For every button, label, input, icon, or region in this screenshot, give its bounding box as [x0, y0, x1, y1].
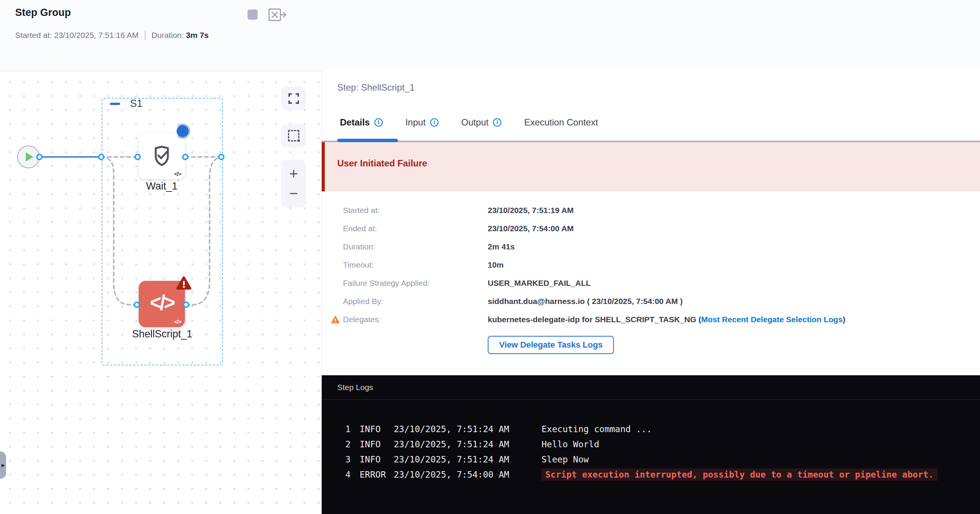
- detail-label: Applied By:: [322, 297, 488, 306]
- log-timestamp: 23/10/2025, 7:54:00 AM: [394, 469, 533, 479]
- detail-value: kubernetes-delegate-idp for SHELL_SCRIPT…: [488, 315, 845, 324]
- step-logs-panel: Step Logs 1 INFO 23/10/2025, 7:51:24 AM …: [322, 375, 980, 514]
- log-timestamp: 23/10/2025, 7:51:24 AM: [394, 455, 533, 464]
- step-details-title: Step: ShellScript_1: [337, 82, 415, 93]
- failure-banner-text: User Initiated Failure: [337, 158, 427, 169]
- log-message: Sleep Now: [541, 455, 589, 464]
- detail-row: Duration: 2m 41s: [322, 238, 980, 256]
- log-level: INFO: [360, 439, 394, 449]
- log-level: ERROR: [360, 469, 394, 479]
- step-group-header: Step Group Started at: 23/10/2025, 7:51:…: [0, 0, 980, 71]
- detail-label: Delegates:: [322, 315, 488, 324]
- shell-script-icon: </>: [150, 290, 173, 317]
- port-shell-out[interactable]: [183, 302, 189, 308]
- tab-output[interactable]: Output i: [461, 117, 501, 128]
- port-shell-in[interactable]: [134, 302, 140, 308]
- page-title: Step Group: [15, 7, 71, 19]
- warning-icon: [331, 315, 340, 324]
- failure-banner: User Initiated Failure: [322, 142, 980, 191]
- detail-value: 23/10/2025, 7:54:00 AM: [488, 224, 574, 233]
- play-icon: [26, 153, 33, 161]
- info-icon[interactable]: i: [430, 118, 439, 127]
- marquee-select-button[interactable]: [281, 124, 306, 148]
- port-wait-in[interactable]: [135, 154, 141, 160]
- fit-to-screen-button[interactable]: [281, 87, 306, 110]
- detail-label: Failure Strategy Applied:: [322, 278, 488, 288]
- port-stage-out[interactable]: [218, 154, 225, 160]
- port-wait-out[interactable]: [182, 154, 189, 160]
- tab-output-label: Output: [461, 117, 488, 128]
- detail-value: siddhant.dua@harness.io ( 23/10/2025, 7:…: [488, 297, 683, 306]
- detail-value: USER_MARKED_FAIL_ALL: [488, 278, 591, 288]
- shell-code-badge: </>: [174, 318, 181, 325]
- info-icon[interactable]: i: [374, 118, 383, 127]
- log-timestamp: 23/10/2025, 7:51:24 AM: [394, 439, 533, 449]
- view-delegate-tasks-logs-button[interactable]: View Delegate Tasks Logs: [488, 336, 614, 354]
- abort-step-icon[interactable]: [268, 8, 286, 21]
- log-level: INFO: [360, 424, 394, 434]
- duration-value: 3m 7s: [186, 31, 209, 40]
- stop-icon[interactable]: [247, 10, 258, 20]
- execution-meta: Started at: 23/10/2025, 7:51:16 AM Durat…: [15, 30, 208, 40]
- detail-value: 2m 41s: [488, 242, 515, 251]
- step-details-panel: Step: ShellScript_1 Details i Input i Ou…: [322, 71, 980, 514]
- chevron-right-icon: ▸: [2, 461, 5, 469]
- zoom-controls: + −: [281, 159, 306, 207]
- log-message: Executing command ...: [541, 424, 652, 434]
- detail-label: Started at:: [322, 206, 488, 215]
- log-line-number: 1: [322, 424, 350, 434]
- duration-text: Duration: 3m 7s: [151, 31, 209, 40]
- tab-execution-context-label: Execution Context: [524, 117, 598, 128]
- step-group-execution-view: Step Group Started at: 23/10/2025, 7:51:…: [0, 0, 980, 514]
- left-panel-toggle[interactable]: ▸: [0, 452, 6, 479]
- tab-execution-context[interactable]: Execution Context: [524, 117, 598, 128]
- detail-row: Failure Strategy Applied: USER_MARKED_FA…: [322, 274, 980, 292]
- zoom-in-button[interactable]: +: [289, 164, 298, 183]
- step-node-wait-1[interactable]: </>: [139, 133, 185, 179]
- log-line: 2 INFO 23/10/2025, 7:51:24 AM Hello Worl…: [322, 437, 980, 452]
- info-icon[interactable]: i: [493, 118, 501, 127]
- delegate-value-suffix: ): [843, 315, 845, 324]
- stage-s1-header: S1: [110, 98, 143, 110]
- pipeline-graph-canvas[interactable]: S1 </> Wait_1 </> </> ShellScript_1: [0, 71, 322, 514]
- stage-s1-label: S1: [130, 98, 143, 110]
- detail-row-delegates: Delegates: kubernetes-delegate-idp for S…: [322, 310, 980, 329]
- shell-node-label: ShellScript_1: [113, 328, 212, 340]
- tab-input[interactable]: Input i: [406, 117, 439, 128]
- log-line: 1 INFO 23/10/2025, 7:51:24 AM Executing …: [322, 422, 980, 437]
- detail-label: Duration:: [322, 242, 488, 251]
- step-error-badge-icon: [176, 276, 192, 290]
- tab-details[interactable]: Details i: [340, 117, 383, 128]
- tab-details-label: Details: [340, 117, 370, 128]
- active-tab-indicator: [337, 139, 398, 142]
- marquee-handle-dot: [297, 139, 301, 143]
- delegate-selection-logs-link[interactable]: Most Recent Delegate Selection Logs: [701, 315, 842, 324]
- log-level: INFO: [360, 455, 394, 464]
- log-message: Hello World: [541, 439, 599, 449]
- collapse-stage-icon[interactable]: [110, 103, 120, 105]
- log-line-number: 3: [322, 455, 350, 464]
- zoom-out-button[interactable]: −: [289, 183, 298, 203]
- log-lines[interactable]: 1 INFO 23/10/2025, 7:51:24 AM Executing …: [322, 422, 980, 482]
- detail-row: Timeout: 10m: [322, 256, 980, 274]
- port-start-out[interactable]: [37, 154, 43, 160]
- detail-value: 10m: [488, 260, 504, 269]
- log-message: Script execution interrupted, possibly d…: [541, 468, 937, 481]
- wait-node-label: Wait_1: [113, 180, 211, 192]
- fullscreen-icon: [288, 93, 299, 104]
- log-line-error: 4 ERROR 23/10/2025, 7:54:00 AM Script ex…: [322, 467, 980, 482]
- detail-label: Timeout:: [322, 260, 488, 269]
- meta-divider: [145, 30, 146, 40]
- tab-input-label: Input: [406, 117, 426, 128]
- step-logs-title: Step Logs: [322, 375, 980, 399]
- wait-code-badge: </>: [174, 170, 181, 177]
- marquee-select-icon: [288, 130, 299, 142]
- details-tabs: Details i Input i Output i Execution Con…: [340, 117, 598, 128]
- running-spinner-icon: [175, 124, 190, 139]
- delegate-value-text: kubernetes-delegate-idp for SHELL_SCRIPT…: [488, 315, 701, 324]
- step-details-list: Started at: 23/10/2025, 7:51:19 AM Ended…: [322, 201, 980, 329]
- detail-label: Ended at:: [322, 224, 488, 233]
- port-stage-in[interactable]: [98, 154, 105, 160]
- detail-row: Applied By: siddhant.dua@harness.io ( 23…: [322, 292, 980, 310]
- duration-label: Duration:: [151, 31, 184, 40]
